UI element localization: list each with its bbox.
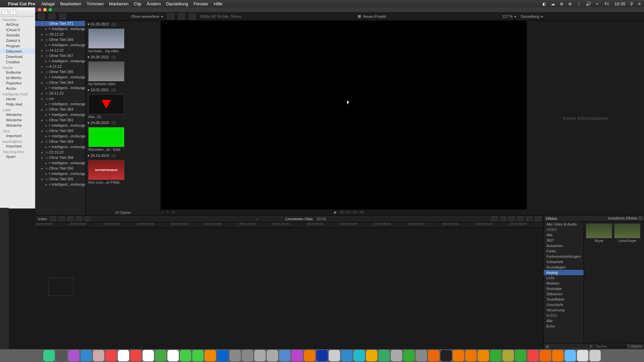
effects-category[interactable]: Farbvoreinstellungen: [544, 254, 584, 259]
play-button[interactable]: ▶: [334, 210, 337, 215]
library-sidebar[interactable]: ▸▭Ohne Titel 371▸✦Intelligent...mmlungen…: [35, 21, 86, 215]
library-item[interactable]: ▸▭Ohne Titel 356: [35, 166, 85, 171]
finder-sidebar-item[interactable]: Important: [0, 133, 35, 138]
dock-app-icon[interactable]: [378, 350, 390, 361]
library-item[interactable]: ▸✦Intelligent...mmlungen: [35, 58, 85, 64]
dock-app-icon[interactable]: [453, 350, 464, 361]
finder-sidebar-item[interactable]: Program: [0, 43, 35, 49]
finder-sidebar-item[interactable]: Download: [0, 54, 35, 59]
effects-category[interactable]: Masken: [544, 281, 584, 286]
finder-sidebar-item[interactable]: iCloud D: [0, 27, 35, 33]
tool-button[interactable]: ◷: [172, 210, 175, 215]
dock-app-icon[interactable]: [80, 350, 92, 361]
browser-date-group[interactable]: ▾ 18.02.2021 (1): [86, 86, 160, 94]
finder-sidebar-item[interactable]: Zuletzt b: [0, 38, 35, 43]
finder-sidebar-item[interactable]: ist Werbu: [0, 75, 35, 80]
effects-library-icon[interactable]: ▥: [546, 345, 549, 348]
minimize-window-button[interactable]: [43, 8, 47, 11]
dock-app-icon[interactable]: [366, 350, 377, 361]
dock-app-icon[interactable]: [316, 350, 328, 361]
dock-app-icon[interactable]: [56, 350, 67, 361]
timeline-option[interactable]: [535, 217, 541, 221]
library-item[interactable]: ▸✦Intelligent...mmlungen: [35, 182, 85, 187]
tool-button[interactable]: ▱: [161, 210, 163, 215]
library-item[interactable]: ▸▭18.12.22: [35, 32, 85, 37]
effects-category[interactable]: Farbe: [544, 248, 584, 254]
finder-sidebar-item[interactable]: Dokumen: [0, 49, 35, 54]
dock-app-icon[interactable]: [155, 350, 166, 361]
library-item[interactable]: ▸▭Ohne Titel 367: [35, 53, 85, 58]
status-icon[interactable]: ⊚: [568, 1, 572, 6]
dock-app-icon[interactable]: [490, 350, 501, 361]
library-item[interactable]: ▸✦Intelligent...mmlungen: [35, 160, 85, 166]
close-window-button[interactable]: [38, 8, 41, 11]
library-item[interactable]: ▸▭Ohne Titel 360: [35, 128, 85, 133]
back-button[interactable]: ‹: [2, 9, 8, 15]
dock-app-icon[interactable]: [143, 350, 154, 361]
effects-category[interactable]: Licht: [544, 275, 584, 281]
finder-sidebar-item[interactable]: Spam: [0, 154, 35, 159]
timeline-option[interactable]: [527, 217, 532, 221]
library-item[interactable]: ▸✦Intelligent...mmlungen: [35, 74, 85, 80]
effects-category[interactable]: Verzerrung: [544, 307, 584, 313]
library-item[interactable]: ▸✦Intelligent...mmlungen: [35, 144, 85, 149]
clip-thumbnail[interactable]: my-head-...ing-video: [88, 28, 124, 53]
effects-category[interactable]: Alle: [544, 232, 584, 238]
effects-category[interactable]: Nostalgie: [544, 286, 584, 291]
finder-sidebar-item[interactable]: Wiederhe: [0, 117, 35, 123]
timeline-tool[interactable]: [68, 217, 73, 221]
finder-sidebar-item[interactable]: Wiederhe: [0, 123, 35, 128]
dock-app-icon[interactable]: [254, 350, 266, 361]
dock-app-icon[interactable]: [341, 350, 353, 361]
effect-thumbnail[interactable]: Luma-Keyer: [614, 224, 640, 243]
notification-icon[interactable]: ≡: [638, 1, 641, 6]
dock-app-icon[interactable]: [130, 350, 142, 361]
effects-category[interactable]: Alle Video & Audio: [544, 222, 584, 227]
dock-app-icon[interactable]: [589, 350, 601, 361]
timeline-tool[interactable]: [50, 217, 56, 221]
dock-app-icon[interactable]: [428, 350, 439, 361]
timeline-tool[interactable]: [59, 217, 64, 221]
browser-date-group[interactable]: ▾ 01.09.2022 (1): [86, 21, 160, 28]
forward-button[interactable]: ›: [10, 9, 16, 15]
menu-bearbeiten[interactable]: Bearbeiten: [60, 1, 81, 6]
finder-sidebar-item[interactable]: Wiederhe: [0, 112, 35, 117]
effects-category[interactable]: Aussehen: [544, 243, 584, 248]
dock-app-icon[interactable]: [291, 350, 303, 361]
finder-sidebar-item[interactable]: Papierkor: [0, 80, 35, 86]
timeline-option[interactable]: [518, 217, 523, 221]
effects-category[interactable]: Grundlagen: [544, 264, 584, 270]
finder-sidebar-item[interactable]: Archiv: [0, 86, 35, 91]
menu-ablage[interactable]: Ablage: [41, 1, 55, 6]
viewer-canvas[interactable]: [161, 21, 526, 209]
viewer-zoom[interactable]: 127 %: [502, 14, 517, 18]
dock-app-icon[interactable]: [354, 350, 365, 361]
timeline-ruler[interactable]: 00:00:00:0000:00:15:0000:00:30:0000:00:4…: [35, 222, 543, 228]
library-item[interactable]: ▸▭Ohne Titel 361: [35, 117, 85, 123]
menu-clip[interactable]: Clip: [134, 1, 141, 6]
browser-date-group[interactable]: ▾ 26.08.2022 (1): [86, 54, 160, 61]
library-item[interactable]: ▸✦Intelligent...mmlungen: [35, 133, 85, 139]
library-item[interactable]: ▸▭Ohne Titel 365: [35, 69, 85, 74]
effects-category[interactable]: Texteffekte: [544, 297, 584, 302]
library-item[interactable]: ▸▭4.12.22: [35, 64, 85, 69]
menu-darstellung[interactable]: Darstellung: [166, 1, 188, 6]
dock-app-icon[interactable]: [68, 350, 79, 361]
dock-app-icon[interactable]: [502, 350, 514, 361]
dock-app-icon[interactable]: [440, 350, 452, 361]
clock-day[interactable]: Fr.: [605, 1, 610, 6]
timeline-back-button[interactable]: ‹: [256, 217, 258, 221]
finder-sidebar-item[interactable]: Creative: [0, 59, 35, 65]
dock-app-icon[interactable]: [43, 350, 55, 361]
dock-app-icon[interactable]: [279, 350, 290, 361]
dock-app-icon[interactable]: [403, 350, 415, 361]
viewer-timecode[interactable]: 00:00:00:00: [339, 210, 364, 215]
clip-thumbnail[interactable]: my-fantastic-video: [88, 61, 124, 86]
library-item[interactable]: ▸▭16.11.22: [35, 90, 85, 96]
library-item[interactable]: ▸✦Intelligent...mmlungen: [35, 85, 85, 90]
keyword-button[interactable]: [59, 13, 66, 19]
dock-app-icon[interactable]: [465, 350, 477, 361]
library-item[interactable]: ▸▭Ohne Titel 355: [35, 176, 85, 182]
timeline-tracks[interactable]: [35, 228, 543, 349]
dock-app-icon[interactable]: [217, 350, 228, 361]
